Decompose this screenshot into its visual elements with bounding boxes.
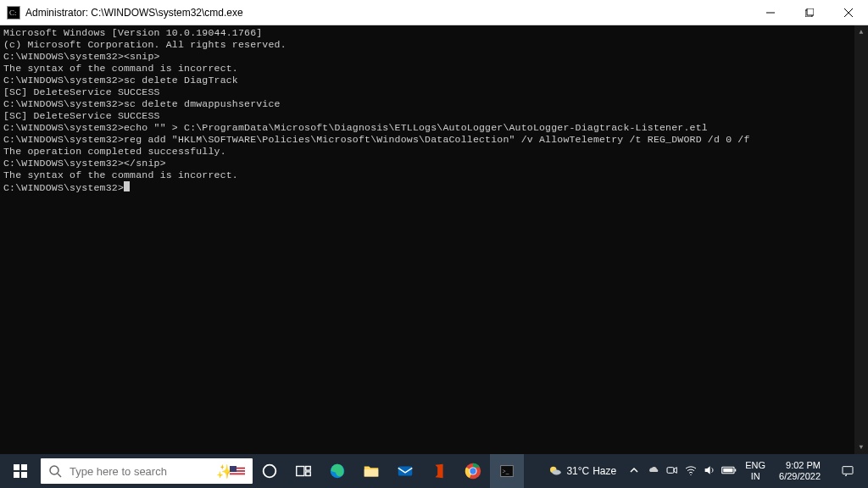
onedrive-icon[interactable]	[647, 463, 660, 480]
date-text: 6/29/2022	[779, 471, 821, 482]
time-text: 9:02 PM	[779, 460, 821, 471]
vertical-scrollbar[interactable]: ▲ ▼	[854, 25, 868, 454]
clock[interactable]: 9:02 PM 6/29/2022	[774, 460, 826, 482]
cmd-taskbar-icon[interactable]: >_	[490, 454, 524, 488]
start-button[interactable]	[0, 454, 41, 488]
terminal-line: C:\WINDOWS\system32></snip>	[3, 158, 865, 169]
svg-rect-19	[230, 474, 245, 476]
battery-icon[interactable]	[721, 465, 737, 478]
terminal-line: C:\WINDOWS\system32>	[3, 181, 865, 194]
svg-rect-20	[230, 466, 236, 472]
terminal-line: [SC] DeleteService SUCCESS	[3, 86, 865, 98]
volume-icon[interactable]	[703, 463, 716, 480]
weather-cond: Haze	[593, 465, 616, 477]
svg-rect-26	[364, 469, 379, 476]
terminal-line: The syntax of the command is incorrect.	[3, 63, 865, 75]
weather-temp: 31°C	[566, 465, 589, 477]
lang-bot: IN	[745, 471, 765, 482]
action-center-icon[interactable]	[831, 454, 865, 488]
meet-now-icon[interactable]	[665, 463, 679, 480]
cursor	[124, 181, 130, 191]
window-title: Administrator: C:\WINDOWS\system32\cmd.e…	[25, 7, 243, 19]
svg-rect-9	[21, 464, 27, 470]
task-view-icon[interactable]	[287, 454, 320, 488]
cmd-window: C: Administrator: C:\WINDOWS\system32\cm…	[0, 0, 868, 488]
weather-widget[interactable]: 31°C Haze	[548, 463, 621, 479]
svg-rect-38	[735, 469, 737, 471]
svg-point-12	[50, 466, 58, 474]
scrollbar-track[interactable]	[854, 39, 868, 441]
svg-rect-27	[398, 467, 413, 476]
scroll-up-arrow[interactable]: ▲	[854, 25, 868, 39]
cmd-icon: C:	[7, 6, 20, 19]
file-explorer-icon[interactable]	[354, 454, 388, 488]
taskbar: ✨	[0, 454, 868, 488]
svg-rect-18	[230, 472, 245, 474]
lang-top: ENG	[745, 460, 765, 471]
language-indicator[interactable]: ENG IN	[742, 460, 769, 482]
taskbar-search[interactable]: ✨	[41, 458, 253, 484]
terminal-line: C:\WINDOWS\system32>sc delete DiagTrack	[3, 75, 865, 86]
terminal-line: C:\WINDOWS\system32>reg add "HKLM\SOFTWA…	[3, 134, 865, 146]
svg-rect-23	[306, 467, 311, 471]
office-icon[interactable]	[422, 454, 456, 488]
terminal-line: C:\WINDOWS\system32><snip>	[3, 51, 865, 63]
svg-rect-40	[843, 467, 853, 474]
svg-rect-24	[306, 472, 311, 476]
svg-point-21	[264, 465, 276, 478]
terminal-line: Microsoft Windows [Version 10.0.19044.17…	[3, 27, 865, 39]
terminal-line: The operation completed successfully.	[3, 146, 865, 158]
terminal-area[interactable]: Microsoft Windows [Version 10.0.19044.17…	[0, 25, 868, 454]
edge-icon[interactable]	[320, 454, 354, 488]
terminal-line: The syntax of the command is incorrect.	[3, 169, 865, 181]
minimize-button[interactable]	[751, 0, 790, 25]
chrome-icon[interactable]	[456, 454, 490, 488]
maximize-button[interactable]	[790, 0, 829, 25]
svg-rect-39	[723, 468, 732, 472]
svg-rect-35	[667, 467, 674, 473]
svg-text:C:: C:	[9, 8, 17, 17]
scroll-down-arrow[interactable]: ▼	[854, 441, 868, 454]
system-tray: 31°C Haze ENG IN	[548, 454, 868, 488]
terminal-line: (c) Microsoft Corporation. All rights re…	[3, 39, 865, 51]
svg-rect-10	[14, 472, 19, 478]
tray-chevron-up-icon[interactable]	[626, 465, 642, 477]
terminal-line: C:\WINDOWS\system32>sc delete dmwappushs…	[3, 98, 865, 110]
search-input[interactable]	[70, 465, 214, 478]
mail-icon[interactable]	[388, 454, 422, 488]
svg-rect-22	[297, 467, 304, 476]
svg-line-13	[58, 474, 61, 477]
svg-text:>_: >_	[503, 468, 509, 475]
search-icon	[41, 464, 70, 478]
cortana-icon[interactable]	[253, 454, 287, 488]
svg-rect-8	[14, 464, 19, 470]
terminal-line: C:\WINDOWS\system32>echo "" > C:\Program…	[3, 122, 865, 134]
svg-rect-5	[807, 8, 814, 15]
close-button[interactable]	[829, 0, 868, 25]
svg-point-30	[470, 468, 476, 474]
search-highlight-icon: ✨	[214, 461, 253, 481]
title-bar[interactable]: C: Administrator: C:\WINDOWS\system32\cm…	[0, 0, 868, 25]
svg-point-36	[691, 474, 692, 474]
terminal-line: [SC] DeleteService SUCCESS	[3, 110, 865, 122]
wifi-icon[interactable]	[684, 463, 698, 480]
svg-point-34	[553, 470, 562, 475]
svg-rect-11	[21, 472, 27, 478]
weather-icon	[548, 463, 563, 479]
